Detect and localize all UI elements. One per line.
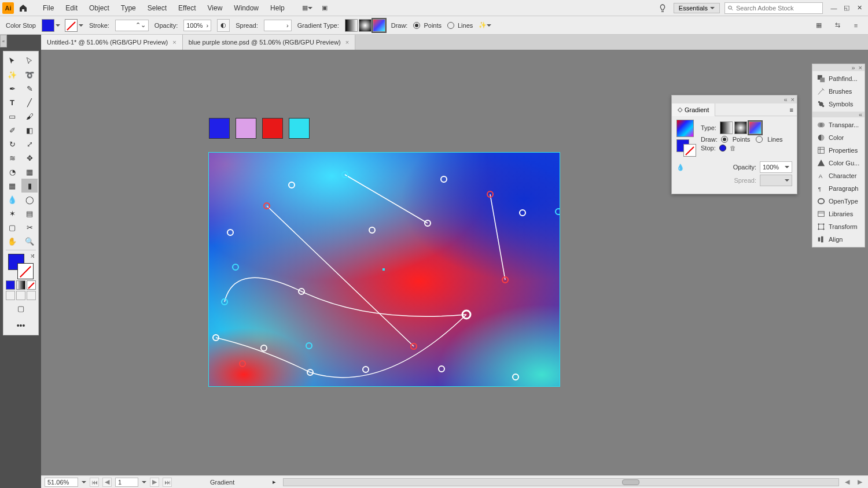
fill-stroke-indicator[interactable]: ⤭ bbox=[8, 254, 34, 279]
gp-radial-button[interactable] bbox=[734, 121, 747, 134]
scale-tool[interactable]: ⤢ bbox=[21, 137, 38, 151]
panel-libraries[interactable]: Libraries bbox=[812, 208, 865, 220]
gp-stop-color[interactable] bbox=[719, 145, 726, 151]
panel-color-guide[interactable]: Color Gu... bbox=[812, 157, 865, 169]
opacity-select[interactable]: 100%› bbox=[183, 20, 211, 31]
panel-symbols[interactable]: Symbols bbox=[812, 98, 865, 110]
symbol-sprayer-tool[interactable]: ✶ bbox=[4, 206, 20, 220]
eraser-tool[interactable]: ◧ bbox=[21, 123, 38, 137]
search-adobe-stock[interactable] bbox=[724, 2, 823, 14]
menu-object[interactable]: Object bbox=[83, 0, 115, 16]
scroll-left-button[interactable]: ◀ bbox=[843, 478, 852, 487]
panel-paragraph[interactable]: ¶Paragraph bbox=[812, 182, 865, 195]
menu-select[interactable]: Select bbox=[142, 0, 172, 16]
gp-spread-select[interactable] bbox=[760, 175, 792, 186]
pen-tool[interactable]: ✒ bbox=[4, 82, 20, 95]
gradient-radial-button[interactable] bbox=[359, 19, 372, 32]
draw-inside-button[interactable] bbox=[27, 291, 36, 300]
swatch-cyan[interactable] bbox=[289, 118, 310, 139]
gradient-freeform-button[interactable] bbox=[373, 19, 385, 32]
stroke-indicator[interactable] bbox=[17, 263, 34, 279]
dock-expand-icon[interactable]: » bbox=[851, 64, 855, 71]
panel-character[interactable]: ACharacter bbox=[812, 169, 865, 182]
zoom-select[interactable]: 51.06% bbox=[45, 478, 78, 487]
panel-menu-icon[interactable]: ≡ bbox=[790, 106, 793, 113]
artboard[interactable] bbox=[209, 153, 560, 386]
stroke-color-swatch[interactable] bbox=[65, 19, 78, 32]
recolor-button[interactable]: ◐ bbox=[217, 19, 230, 32]
perspective-tool[interactable]: ▦ bbox=[21, 165, 38, 179]
gpu-preview-icon[interactable]: ▣ bbox=[318, 2, 331, 14]
stroke-dropdown-icon[interactable] bbox=[79, 22, 83, 29]
more-options-button[interactable]: ≡ bbox=[849, 19, 862, 32]
gradient-linear-button[interactable] bbox=[345, 19, 358, 32]
gp-points-radio[interactable] bbox=[721, 136, 728, 143]
color-mode-solid[interactable] bbox=[6, 280, 15, 290]
panel-transparency[interactable]: Transpar... bbox=[812, 119, 865, 131]
minimize-button[interactable]: — bbox=[827, 3, 840, 13]
swatch-red[interactable] bbox=[262, 118, 283, 139]
canvas[interactable]: «× ◇Gradient ≡ Type: bbox=[41, 50, 868, 475]
lasso-tool[interactable]: ➰ bbox=[21, 68, 38, 82]
gp-lines-radio[interactable] bbox=[756, 136, 763, 143]
gradient-options-button[interactable]: ✨ bbox=[479, 19, 491, 32]
free-transform-tool[interactable]: ✥ bbox=[21, 151, 38, 165]
align-button[interactable]: ▦ bbox=[812, 19, 825, 32]
menu-window[interactable]: Window bbox=[228, 0, 264, 16]
home-icon[interactable] bbox=[16, 1, 30, 15]
artboard-first-button[interactable]: ⏮ bbox=[90, 478, 99, 487]
gradient-tool[interactable]: ▮ bbox=[21, 179, 38, 193]
dock-close-icon[interactable]: × bbox=[859, 64, 862, 71]
horizontal-scrollbar[interactable] bbox=[283, 478, 839, 486]
close-button[interactable]: ✕ bbox=[853, 3, 866, 13]
artboard-last-button[interactable]: ⏭ bbox=[163, 478, 172, 487]
scroll-right-button[interactable]: ▶ bbox=[855, 478, 865, 487]
color-mode-gradient[interactable] bbox=[16, 280, 25, 290]
zoom-chevron-icon[interactable] bbox=[82, 479, 86, 486]
artboard-number-select[interactable]: 1 bbox=[115, 478, 138, 487]
panel-collapse-icon[interactable]: « bbox=[784, 96, 787, 103]
gp-linear-button[interactable] bbox=[720, 121, 733, 134]
search-input[interactable] bbox=[736, 5, 820, 12]
panel-opentype[interactable]: OpenType bbox=[812, 195, 865, 208]
menu-type[interactable]: Type bbox=[115, 0, 142, 16]
curvature-tool[interactable]: ✎ bbox=[21, 82, 38, 95]
gradient-panel[interactable]: «× ◇Gradient ≡ Type: bbox=[671, 95, 797, 194]
slice-tool[interactable]: ✂ bbox=[21, 220, 38, 234]
screen-mode-button[interactable]: ▢ bbox=[13, 301, 29, 315]
mesh-tool[interactable]: ▦ bbox=[4, 179, 20, 193]
panel-align[interactable]: Align bbox=[812, 233, 865, 246]
artboard-prev-button[interactable]: ◀ bbox=[102, 478, 112, 487]
artboard-next-button[interactable]: ▶ bbox=[150, 478, 159, 487]
fill-dropdown-icon[interactable] bbox=[56, 22, 60, 29]
menu-edit[interactable]: Edit bbox=[60, 0, 83, 16]
panel-color[interactable]: Color bbox=[812, 131, 865, 144]
rectangle-tool[interactable]: ▭ bbox=[4, 109, 20, 123]
rotate-tool[interactable]: ↻ bbox=[4, 137, 20, 151]
transform-button[interactable]: ⇆ bbox=[831, 19, 844, 32]
scrollbar-thumb[interactable] bbox=[622, 479, 639, 485]
gp-opacity-select[interactable]: 100% bbox=[760, 161, 792, 173]
document-tab[interactable]: Untitled-1* @ 51.06% (RGB/GPU Preview) × bbox=[41, 35, 183, 50]
gradient-stroke-swatch[interactable] bbox=[683, 144, 696, 157]
graph-tool[interactable]: ▤ bbox=[21, 206, 38, 220]
draw-lines-radio[interactable] bbox=[447, 22, 454, 29]
panel-pathfinder[interactable]: Pathfind... bbox=[812, 72, 865, 85]
artboard-chevron-icon[interactable] bbox=[142, 479, 146, 486]
learn-icon[interactable] bbox=[656, 2, 669, 14]
draw-normal-button[interactable] bbox=[6, 291, 15, 300]
close-tab-icon[interactable]: × bbox=[345, 39, 349, 46]
artboard-tool[interactable]: ▢ bbox=[4, 220, 20, 234]
close-tab-icon[interactable]: × bbox=[172, 39, 176, 46]
panel-close-icon[interactable]: × bbox=[791, 96, 795, 103]
gradient-preview-thumb[interactable] bbox=[676, 120, 694, 137]
draw-points-radio[interactable] bbox=[413, 22, 420, 29]
type-tool[interactable]: T bbox=[4, 95, 20, 109]
eyedropper-tool[interactable]: 💧 bbox=[4, 193, 20, 206]
paintbrush-tool[interactable]: 🖌 bbox=[21, 109, 38, 123]
workspace-selector[interactable]: Essentials bbox=[674, 3, 720, 13]
panel-properties[interactable]: Properties bbox=[812, 144, 865, 157]
panel-transform[interactable]: Transform bbox=[812, 220, 865, 233]
document-tab[interactable]: blue purple stone.psd @ 51.06% (RGB/GPU … bbox=[183, 35, 356, 50]
arrange-documents-icon[interactable]: ▦ bbox=[301, 2, 314, 14]
